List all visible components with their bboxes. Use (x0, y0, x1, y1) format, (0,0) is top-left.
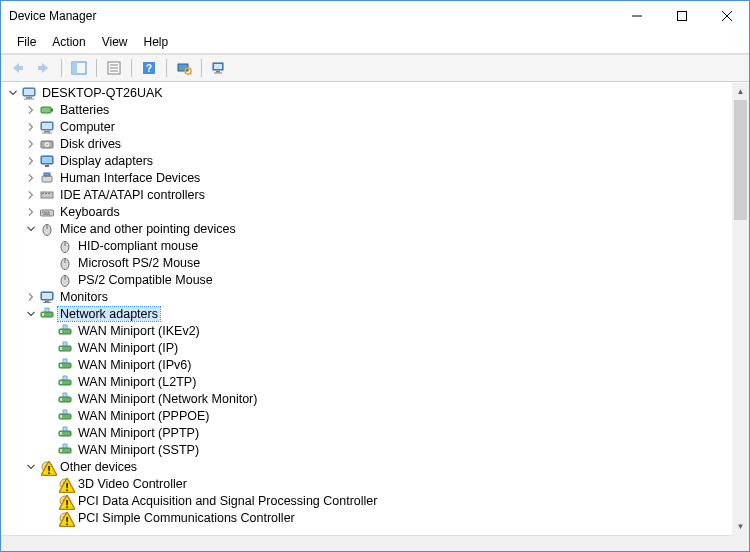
window-title: Device Manager (9, 9, 614, 23)
network-icon (57, 340, 73, 356)
expand-icon[interactable] (25, 155, 37, 167)
toolbar: ? (1, 54, 749, 82)
device-tree[interactable]: DESKTOP-QT26UAKBatteriesComputerDisk dri… (1, 82, 749, 536)
tree-node[interactable]: Other devices (3, 458, 749, 475)
menu-file[interactable]: File (9, 33, 44, 51)
maximize-button[interactable] (659, 1, 704, 31)
tree-node-label: Disk drives (58, 137, 123, 151)
divider (131, 59, 132, 77)
mouse-icon (57, 255, 73, 271)
tree-node[interactable]: PCI Data Acquisition and Signal Processi… (3, 492, 749, 509)
tree-node[interactable]: PS/2 Compatible Mouse (3, 271, 749, 288)
scan-hardware-button[interactable] (172, 57, 196, 79)
network-icon (57, 408, 73, 424)
vertical-scrollbar[interactable]: ▲ ▼ (732, 83, 749, 535)
divider (61, 59, 62, 77)
mouse-icon (57, 272, 73, 288)
back-button[interactable] (5, 57, 29, 79)
tree-node[interactable]: WAN Miniport (SSTP) (3, 441, 749, 458)
expand-icon[interactable] (25, 172, 37, 184)
tree-node[interactable]: IDE ATA/ATAPI controllers (3, 186, 749, 203)
tree-node[interactable]: WAN Miniport (Network Monitor) (3, 390, 749, 407)
tree-node-label: WAN Miniport (IP) (76, 341, 180, 355)
collapse-icon[interactable] (25, 308, 37, 320)
collapse-icon[interactable] (25, 223, 37, 235)
minimize-button[interactable] (614, 1, 659, 31)
other-icon (57, 493, 73, 509)
menu-help[interactable]: Help (136, 33, 177, 51)
tree-node[interactable]: Keyboards (3, 203, 749, 220)
menu-bar: File Action View Help (1, 31, 749, 53)
tree-node[interactable]: Monitors (3, 288, 749, 305)
collapse-icon[interactable] (7, 87, 19, 99)
expand-icon[interactable] (25, 291, 37, 303)
tree-node[interactable]: Computer (3, 118, 749, 135)
collapse-icon[interactable] (25, 461, 37, 473)
tree-node-label: IDE ATA/ATAPI controllers (58, 188, 207, 202)
other-icon (57, 510, 73, 526)
tree-node-label: WAN Miniport (IKEv2) (76, 324, 202, 338)
divider (96, 59, 97, 77)
battery-icon (39, 102, 55, 118)
network-icon (57, 425, 73, 441)
tree-node-label: WAN Miniport (SSTP) (76, 443, 201, 457)
tree-node[interactable]: WAN Miniport (PPPOE) (3, 407, 749, 424)
svg-rect-40 (18, 66, 23, 70)
tree-node[interactable]: Network adapters (3, 305, 749, 322)
svg-line-52 (190, 73, 192, 75)
mouse-icon (39, 221, 55, 237)
other-icon (57, 476, 73, 492)
tree-node-label: PS/2 Compatible Mouse (76, 273, 215, 287)
forward-button[interactable] (32, 57, 56, 79)
tree-node[interactable]: WAN Miniport (L2TP) (3, 373, 749, 390)
tree-node[interactable]: Disk drives (3, 135, 749, 152)
tree-node[interactable]: DESKTOP-QT26UAK (3, 84, 749, 101)
ide-icon (39, 187, 55, 203)
network-icon (57, 391, 73, 407)
svg-rect-54 (214, 64, 222, 69)
hid-icon (39, 170, 55, 186)
expand-icon[interactable] (25, 121, 37, 133)
tree-node[interactable]: WAN Miniport (IKEv2) (3, 322, 749, 339)
computer-icon (21, 85, 37, 101)
show-hide-tree-button[interactable] (67, 57, 91, 79)
window-controls (614, 1, 749, 31)
keyboard-icon (39, 204, 55, 220)
scroll-up-icon[interactable]: ▲ (732, 83, 749, 100)
menu-action[interactable]: Action (44, 33, 93, 51)
tree-node-label: Human Interface Devices (58, 171, 202, 185)
close-button[interactable] (704, 1, 749, 31)
help-button[interactable]: ? (137, 57, 161, 79)
scroll-down-icon[interactable]: ▼ (732, 518, 749, 535)
tree-node[interactable]: 3D Video Controller (3, 475, 749, 492)
expand-icon[interactable] (25, 189, 37, 201)
expand-icon[interactable] (25, 138, 37, 150)
expand-icon[interactable] (25, 104, 37, 116)
computer-icon (39, 119, 55, 135)
svg-rect-43 (72, 62, 77, 74)
tree-node[interactable]: Mice and other pointing devices (3, 220, 749, 237)
divider (166, 59, 167, 77)
menu-view[interactable]: View (94, 33, 136, 51)
tree-node[interactable]: Batteries (3, 101, 749, 118)
tree-node-label: HID-compliant mouse (76, 239, 200, 253)
tree-node[interactable]: WAN Miniport (PPTP) (3, 424, 749, 441)
tree-node-label: WAN Miniport (Network Monitor) (76, 392, 259, 406)
tree-node[interactable]: HID-compliant mouse (3, 237, 749, 254)
tree-node[interactable]: Display adapters (3, 152, 749, 169)
devices-button[interactable] (207, 57, 231, 79)
tree-node-label: Keyboards (58, 205, 122, 219)
network-icon (57, 323, 73, 339)
tree-node-label: Computer (58, 120, 117, 134)
svg-rect-56 (214, 73, 222, 74)
scrollbar-thumb[interactable] (734, 100, 747, 220)
tree-node[interactable]: Microsoft PS/2 Mouse (3, 254, 749, 271)
tree-node-label: WAN Miniport (PPTP) (76, 426, 201, 440)
tree-node[interactable]: Human Interface Devices (3, 169, 749, 186)
tree-node[interactable]: PCI Simple Communications Controller (3, 509, 749, 526)
tree-node[interactable]: WAN Miniport (IPv6) (3, 356, 749, 373)
properties-button[interactable] (102, 57, 126, 79)
tree-node[interactable]: WAN Miniport (IP) (3, 339, 749, 356)
expand-icon[interactable] (25, 206, 37, 218)
horizontal-scrollbar[interactable] (1, 535, 732, 551)
